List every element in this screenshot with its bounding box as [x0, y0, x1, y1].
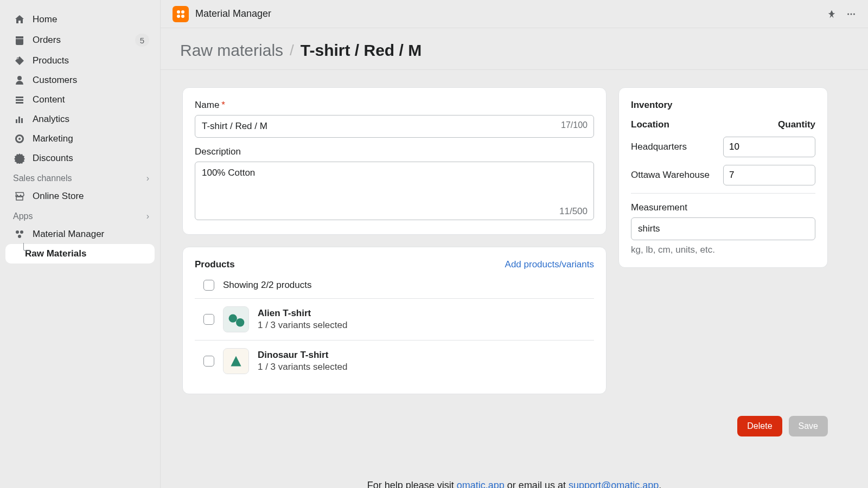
nav-label: Content [33, 94, 65, 105]
nav-label: Raw Materials [25, 248, 86, 259]
nav-customers[interactable]: Customers [0, 70, 160, 90]
measurement-input[interactable] [631, 217, 815, 240]
nav-label: Home [33, 14, 57, 25]
card-products: Products Add products/variants Showing 2… [182, 247, 607, 394]
measurement-label: Measurement [631, 202, 815, 213]
inv-location: Headquarters [631, 142, 687, 152]
chevron-right-icon: › [146, 211, 149, 221]
help-link-site[interactable]: omatic.app [457, 480, 505, 488]
desc-input[interactable] [195, 162, 594, 220]
product-thumb [223, 348, 249, 374]
svg-point-5 [177, 15, 180, 18]
person-icon [14, 75, 25, 86]
apps-header[interactable]: Apps › [0, 206, 160, 224]
svg-point-8 [850, 13, 852, 15]
products-title: Products [195, 259, 235, 270]
inv-loc-header: Location [631, 119, 669, 130]
add-products-link[interactable]: Add products/variants [505, 259, 594, 270]
product-checkbox[interactable] [203, 356, 214, 367]
breadcrumb-root[interactable]: Raw materials [180, 41, 283, 60]
chevron-right-icon: › [146, 174, 149, 183]
nav-products[interactable]: Products [0, 51, 160, 70]
content-icon [14, 94, 25, 105]
nav-label: Analytics [33, 114, 69, 125]
nav-marketing[interactable]: Marketing [0, 129, 160, 149]
nav-label: Material Manager [33, 229, 104, 240]
products-showing-row: Showing 2/2 products [195, 275, 594, 298]
inv-qty-input[interactable] [723, 137, 815, 157]
nav-discounts[interactable]: Discounts [0, 149, 160, 168]
nav-analytics[interactable]: Analytics [0, 110, 160, 129]
nav-orders[interactable]: Orders 5 [0, 29, 160, 51]
svg-point-2 [18, 235, 21, 238]
app-icon [14, 229, 25, 240]
more-icon[interactable] [846, 9, 856, 19]
showing-text: Showing 2/2 products [223, 280, 312, 291]
svg-point-0 [16, 230, 19, 234]
nav-label: Online Store [33, 191, 84, 202]
tag-icon [14, 55, 25, 66]
nav-label: Products [33, 55, 69, 66]
product-checkbox[interactable] [203, 314, 214, 325]
product-subtext: 1 / 3 variants selected [258, 362, 347, 373]
svg-point-4 [181, 10, 184, 14]
product-row: Alien T-shirt 1 / 3 variants selected [195, 298, 594, 340]
pin-icon[interactable] [827, 9, 837, 19]
card-name-desc: Name* 17/100 Description 11/500 [182, 87, 607, 235]
card-inventory: Inventory Location Quantity Headquarters… [618, 87, 828, 268]
sales-channels-header[interactable]: Sales channels › [0, 168, 160, 187]
product-row: Dinosaur T-shirt 1 / 3 variants selected [195, 340, 594, 382]
store-icon [14, 191, 25, 202]
app-brand-icon [173, 6, 189, 22]
nav-label: Orders [33, 35, 61, 46]
help-link-email[interactable]: support@omatic.app [569, 480, 659, 488]
delete-button[interactable]: Delete [737, 416, 782, 436]
measurement-hint: kg, lb, cm, units, etc. [631, 245, 815, 255]
product-thumb [223, 306, 249, 332]
home-icon [14, 14, 25, 25]
app-name: Material Manager [195, 8, 271, 20]
svg-point-3 [177, 10, 180, 14]
product-subtext: 1 / 3 variants selected [258, 320, 347, 331]
svg-point-1 [20, 230, 23, 234]
orders-badge: 5 [135, 34, 149, 47]
name-input[interactable] [195, 115, 594, 138]
main: Material Manager Raw materials / T-shirt… [160, 0, 868, 488]
save-button[interactable]: Save [789, 416, 828, 436]
desc-label: Description [195, 146, 594, 157]
sidebar: Home Orders 5 Products Customers Content… [0, 0, 160, 488]
select-all-checkbox[interactable] [203, 280, 214, 291]
nav-label: Discounts [33, 153, 73, 164]
svg-point-11 [229, 314, 237, 322]
svg-point-12 [236, 318, 244, 326]
nav-home[interactable]: Home [0, 10, 160, 29]
nav-app-material-manager[interactable]: Material Manager [0, 224, 160, 244]
product-name: Alien T-shirt [258, 308, 347, 319]
inv-location: Ottawa Warehouse [631, 170, 710, 181]
content: Name* 17/100 Description 11/500 [161, 70, 868, 488]
help-footer: For help please visit omatic.app or emai… [182, 480, 846, 488]
nav-online-store[interactable]: Online Store [0, 187, 160, 206]
target-icon [14, 133, 25, 144]
inventory-row: Ottawa Warehouse [631, 165, 815, 185]
nav-content[interactable]: Content [0, 90, 160, 110]
action-bar: Delete Save [182, 416, 828, 436]
nav-label: Customers [33, 75, 77, 86]
name-label: Name* [195, 100, 594, 111]
svg-point-9 [853, 13, 855, 15]
inv-qty-header: Quantity [778, 119, 815, 130]
nav-app-raw-materials[interactable]: Raw Materials [5, 244, 155, 264]
svg-point-7 [847, 13, 849, 15]
svg-point-6 [181, 15, 184, 18]
nav-label: Marketing [33, 133, 73, 144]
breadcrumb-sep: / [290, 42, 294, 59]
product-name: Dinosaur T-shirt [258, 350, 347, 361]
breadcrumb-current: T-shirt / Red / M [301, 41, 422, 60]
orders-icon [14, 35, 25, 46]
discount-icon [14, 153, 25, 164]
inv-qty-input[interactable] [723, 165, 815, 185]
topbar: Material Manager [161, 0, 868, 28]
inventory-title: Inventory [631, 100, 815, 111]
page-header: Raw materials / T-shirt / Red / M [161, 28, 868, 70]
inventory-row: Headquarters [631, 137, 815, 157]
